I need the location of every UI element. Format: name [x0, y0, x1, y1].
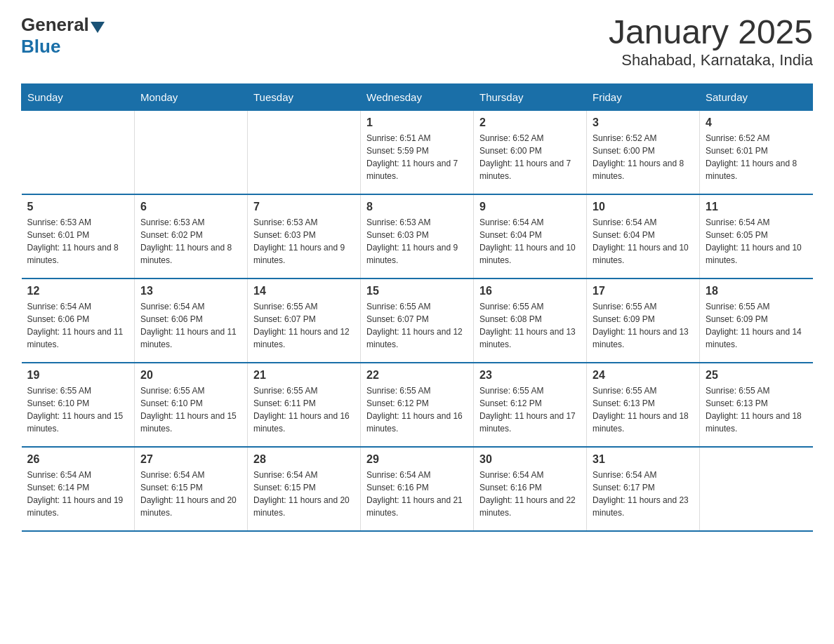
- day-number: 16: [479, 285, 581, 297]
- day-number: 15: [366, 285, 468, 297]
- calendar-day-cell: 7Sunrise: 6:53 AMSunset: 6:03 PMDaylight…: [248, 194, 361, 279]
- calendar-day-cell: 8Sunrise: 6:53 AMSunset: 6:03 PMDaylight…: [361, 194, 474, 279]
- day-info: Sunrise: 6:55 AMSunset: 6:07 PMDaylight:…: [253, 300, 355, 351]
- day-number: 31: [593, 453, 694, 466]
- calendar-week-row: 12Sunrise: 6:54 AMSunset: 6:06 PMDayligh…: [22, 279, 813, 363]
- day-info: Sunrise: 6:55 AMSunset: 6:09 PMDaylight:…: [593, 300, 694, 351]
- logo: General Blue: [21, 14, 106, 58]
- day-number: 7: [253, 201, 355, 213]
- day-info: Sunrise: 6:55 AMSunset: 6:13 PMDaylight:…: [706, 384, 807, 435]
- calendar-header-row: SundayMondayTuesdayWednesdayThursdayFrid…: [22, 83, 813, 110]
- day-info: Sunrise: 6:54 AMSunset: 6:16 PMDaylight:…: [479, 469, 581, 519]
- month-title: January 2025: [609, 14, 813, 51]
- header-thursday: Thursday: [474, 83, 587, 110]
- calendar-day-cell: 4Sunrise: 6:52 AMSunset: 6:01 PMDaylight…: [700, 110, 813, 194]
- logo-blue-text: Blue: [21, 36, 60, 58]
- day-info: Sunrise: 6:53 AMSunset: 6:01 PMDaylight:…: [27, 216, 129, 267]
- day-number: 20: [140, 369, 241, 382]
- day-number: 11: [706, 201, 807, 213]
- day-number: 3: [593, 116, 694, 129]
- calendar-day-cell: 16Sunrise: 6:55 AMSunset: 6:08 PMDayligh…: [474, 279, 587, 363]
- day-info: Sunrise: 6:55 AMSunset: 6:08 PMDaylight:…: [479, 300, 581, 351]
- day-number: 6: [140, 201, 241, 213]
- calendar-day-cell: 30Sunrise: 6:54 AMSunset: 6:16 PMDayligh…: [474, 447, 587, 531]
- day-number: 13: [140, 285, 241, 297]
- calendar-day-cell: 20Sunrise: 6:55 AMSunset: 6:10 PMDayligh…: [135, 363, 248, 447]
- page-header: General Blue January 2025 Shahabad, Karn…: [21, 14, 813, 69]
- calendar-day-cell: 6Sunrise: 6:53 AMSunset: 6:02 PMDaylight…: [135, 194, 248, 279]
- calendar-day-cell: 25Sunrise: 6:55 AMSunset: 6:13 PMDayligh…: [700, 363, 813, 447]
- calendar-day-cell: 3Sunrise: 6:52 AMSunset: 6:00 PMDaylight…: [587, 110, 700, 194]
- day-number: 27: [140, 453, 241, 466]
- calendar-day-cell: 15Sunrise: 6:55 AMSunset: 6:07 PMDayligh…: [361, 279, 474, 363]
- day-info: Sunrise: 6:55 AMSunset: 6:10 PMDaylight:…: [140, 384, 241, 435]
- calendar-day-cell: 31Sunrise: 6:54 AMSunset: 6:17 PMDayligh…: [587, 447, 700, 531]
- header-saturday: Saturday: [700, 83, 813, 110]
- calendar-day-cell: 10Sunrise: 6:54 AMSunset: 6:04 PMDayligh…: [587, 194, 700, 279]
- calendar-day-cell: 14Sunrise: 6:55 AMSunset: 6:07 PMDayligh…: [248, 279, 361, 363]
- day-number: 19: [27, 369, 129, 382]
- day-info: Sunrise: 6:53 AMSunset: 6:02 PMDaylight:…: [140, 216, 241, 267]
- day-info: Sunrise: 6:54 AMSunset: 6:14 PMDaylight:…: [27, 469, 129, 519]
- day-number: 14: [253, 285, 355, 297]
- calendar-day-cell: [22, 110, 135, 194]
- day-info: Sunrise: 6:55 AMSunset: 6:13 PMDaylight:…: [593, 384, 694, 435]
- header-tuesday: Tuesday: [248, 83, 361, 110]
- day-number: 24: [593, 369, 694, 382]
- header-friday: Friday: [587, 83, 700, 110]
- calendar-day-cell: 28Sunrise: 6:54 AMSunset: 6:15 PMDayligh…: [248, 447, 361, 531]
- calendar-day-cell: 5Sunrise: 6:53 AMSunset: 6:01 PMDaylight…: [22, 194, 135, 279]
- calendar-day-cell: 2Sunrise: 6:52 AMSunset: 6:00 PMDaylight…: [474, 110, 587, 194]
- day-info: Sunrise: 6:54 AMSunset: 6:15 PMDaylight:…: [140, 469, 241, 519]
- calendar-day-cell: [700, 447, 813, 531]
- calendar-day-cell: 9Sunrise: 6:54 AMSunset: 6:04 PMDaylight…: [474, 194, 587, 279]
- header-monday: Monday: [135, 83, 248, 110]
- calendar-day-cell: 22Sunrise: 6:55 AMSunset: 6:12 PMDayligh…: [361, 363, 474, 447]
- day-number: 23: [479, 369, 581, 382]
- calendar-day-cell: 26Sunrise: 6:54 AMSunset: 6:14 PMDayligh…: [22, 447, 135, 531]
- day-number: 22: [366, 369, 468, 382]
- day-info: Sunrise: 6:53 AMSunset: 6:03 PMDaylight:…: [366, 216, 468, 267]
- day-info: Sunrise: 6:54 AMSunset: 6:16 PMDaylight:…: [366, 469, 468, 519]
- calendar-day-cell: [248, 110, 361, 194]
- day-info: Sunrise: 6:55 AMSunset: 6:09 PMDaylight:…: [706, 300, 807, 351]
- calendar-week-row: 19Sunrise: 6:55 AMSunset: 6:10 PMDayligh…: [22, 363, 813, 447]
- day-info: Sunrise: 6:54 AMSunset: 6:17 PMDaylight:…: [593, 469, 694, 519]
- day-number: 9: [479, 201, 581, 213]
- calendar-day-cell: 17Sunrise: 6:55 AMSunset: 6:09 PMDayligh…: [587, 279, 700, 363]
- header-wednesday: Wednesday: [361, 83, 474, 110]
- header-sunday: Sunday: [22, 83, 135, 110]
- day-info: Sunrise: 6:51 AMSunset: 5:59 PMDaylight:…: [366, 132, 468, 182]
- day-info: Sunrise: 6:55 AMSunset: 6:12 PMDaylight:…: [479, 384, 581, 435]
- day-number: 4: [706, 116, 807, 129]
- day-number: 5: [27, 201, 129, 213]
- logo-triangle-icon: [91, 22, 105, 33]
- day-info: Sunrise: 6:52 AMSunset: 6:00 PMDaylight:…: [479, 132, 581, 182]
- day-info: Sunrise: 6:53 AMSunset: 6:03 PMDaylight:…: [253, 216, 355, 267]
- day-number: 26: [27, 453, 129, 466]
- day-info: Sunrise: 6:55 AMSunset: 6:10 PMDaylight:…: [27, 384, 129, 435]
- calendar-day-cell: 13Sunrise: 6:54 AMSunset: 6:06 PMDayligh…: [135, 279, 248, 363]
- location-title: Shahabad, Karnataka, India: [609, 51, 813, 69]
- calendar-week-row: 26Sunrise: 6:54 AMSunset: 6:14 PMDayligh…: [22, 447, 813, 531]
- day-number: 10: [593, 201, 694, 213]
- calendar-week-row: 5Sunrise: 6:53 AMSunset: 6:01 PMDaylight…: [22, 194, 813, 279]
- calendar-day-cell: 21Sunrise: 6:55 AMSunset: 6:11 PMDayligh…: [248, 363, 361, 447]
- day-number: 12: [27, 285, 129, 297]
- calendar-day-cell: 1Sunrise: 6:51 AMSunset: 5:59 PMDaylight…: [361, 110, 474, 194]
- logo-general-text: General: [21, 14, 89, 36]
- day-info: Sunrise: 6:54 AMSunset: 6:04 PMDaylight:…: [479, 216, 581, 267]
- day-info: Sunrise: 6:54 AMSunset: 6:06 PMDaylight:…: [27, 300, 129, 351]
- day-number: 17: [593, 285, 694, 297]
- day-info: Sunrise: 6:54 AMSunset: 6:15 PMDaylight:…: [253, 469, 355, 519]
- day-info: Sunrise: 6:52 AMSunset: 6:01 PMDaylight:…: [706, 132, 807, 182]
- day-info: Sunrise: 6:55 AMSunset: 6:11 PMDaylight:…: [253, 384, 355, 435]
- day-info: Sunrise: 6:54 AMSunset: 6:06 PMDaylight:…: [140, 300, 241, 351]
- day-number: 21: [253, 369, 355, 382]
- day-info: Sunrise: 6:54 AMSunset: 6:04 PMDaylight:…: [593, 216, 694, 267]
- calendar-day-cell: [135, 110, 248, 194]
- calendar-day-cell: 29Sunrise: 6:54 AMSunset: 6:16 PMDayligh…: [361, 447, 474, 531]
- calendar-day-cell: 18Sunrise: 6:55 AMSunset: 6:09 PMDayligh…: [700, 279, 813, 363]
- calendar-day-cell: 19Sunrise: 6:55 AMSunset: 6:10 PMDayligh…: [22, 363, 135, 447]
- day-info: Sunrise: 6:55 AMSunset: 6:12 PMDaylight:…: [366, 384, 468, 435]
